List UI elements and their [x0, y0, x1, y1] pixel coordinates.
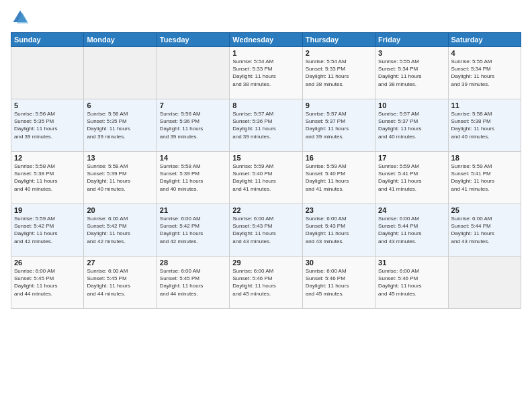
weekday-header-row: SundayMondayTuesdayWednesdayThursdayFrid… — [11, 33, 521, 47]
header — [11, 8, 521, 27]
day-info: Sunrise: 5:59 AM Sunset: 5:40 PM Dayligh… — [306, 163, 372, 193]
day-cell — [157, 47, 229, 99]
day-cell — [448, 257, 521, 309]
day-cell: 28Sunrise: 6:00 AM Sunset: 5:45 PM Dayli… — [157, 257, 229, 309]
day-info: Sunrise: 5:58 AM Sunset: 5:38 PM Dayligh… — [451, 110, 518, 140]
day-cell: 25Sunrise: 6:00 AM Sunset: 5:44 PM Dayli… — [448, 204, 521, 257]
weekday-saturday: Saturday — [448, 33, 521, 47]
weekday-thursday: Thursday — [302, 33, 375, 47]
day-cell — [11, 47, 84, 99]
day-number: 2 — [306, 49, 372, 57]
day-cell: 9Sunrise: 5:57 AM Sunset: 5:37 PM Daylig… — [302, 99, 375, 152]
day-number: 31 — [378, 259, 445, 267]
day-cell: 3Sunrise: 5:55 AM Sunset: 5:34 PM Daylig… — [375, 47, 448, 99]
day-number: 18 — [451, 154, 518, 162]
day-cell: 10Sunrise: 5:57 AM Sunset: 5:37 PM Dayli… — [375, 99, 448, 152]
day-cell: 6Sunrise: 5:56 AM Sunset: 5:35 PM Daylig… — [84, 99, 157, 152]
day-cell: 30Sunrise: 6:00 AM Sunset: 5:46 PM Dayli… — [302, 257, 375, 309]
day-info: Sunrise: 6:00 AM Sunset: 5:43 PM Dayligh… — [232, 215, 299, 245]
calendar-table: SundayMondayTuesdayWednesdayThursdayFrid… — [11, 32, 521, 309]
day-info: Sunrise: 5:57 AM Sunset: 5:37 PM Dayligh… — [378, 110, 445, 140]
day-info: Sunrise: 6:00 AM Sunset: 5:45 PM Dayligh… — [87, 267, 153, 298]
day-cell: 21Sunrise: 6:00 AM Sunset: 5:42 PM Dayli… — [157, 204, 229, 257]
day-number: 15 — [232, 154, 299, 162]
day-number: 28 — [160, 259, 226, 267]
day-cell — [84, 47, 157, 99]
day-info: Sunrise: 6:00 AM Sunset: 5:45 PM Dayligh… — [14, 267, 81, 298]
day-cell: 14Sunrise: 5:58 AM Sunset: 5:39 PM Dayli… — [157, 152, 229, 204]
day-number: 29 — [232, 259, 299, 267]
day-cell: 20Sunrise: 6:00 AM Sunset: 5:42 PM Dayli… — [84, 204, 157, 257]
day-number: 26 — [14, 259, 81, 267]
day-number: 3 — [378, 49, 445, 57]
day-number: 12 — [14, 154, 81, 162]
day-info: Sunrise: 6:00 AM Sunset: 5:43 PM Dayligh… — [306, 215, 372, 245]
week-row-3: 12Sunrise: 5:58 AM Sunset: 5:38 PM Dayli… — [11, 152, 521, 204]
day-info: Sunrise: 5:59 AM Sunset: 5:41 PM Dayligh… — [378, 163, 445, 193]
day-cell: 7Sunrise: 5:56 AM Sunset: 5:36 PM Daylig… — [157, 99, 229, 152]
day-info: Sunrise: 5:54 AM Sunset: 5:33 PM Dayligh… — [306, 58, 372, 88]
page: SundayMondayTuesdayWednesdayThursdayFrid… — [0, 0, 532, 411]
day-cell: 13Sunrise: 5:58 AM Sunset: 5:39 PM Dayli… — [84, 152, 157, 204]
day-number: 30 — [306, 259, 372, 267]
day-info: Sunrise: 5:56 AM Sunset: 5:35 PM Dayligh… — [14, 110, 81, 140]
day-info: Sunrise: 5:56 AM Sunset: 5:35 PM Dayligh… — [87, 110, 153, 140]
day-cell: 24Sunrise: 6:00 AM Sunset: 5:44 PM Dayli… — [375, 204, 448, 257]
day-number: 4 — [451, 49, 518, 57]
day-number: 14 — [160, 154, 226, 162]
day-info: Sunrise: 5:54 AM Sunset: 5:33 PM Dayligh… — [232, 58, 299, 88]
day-number: 24 — [378, 206, 445, 214]
day-number: 13 — [87, 154, 153, 162]
day-info: Sunrise: 6:00 AM Sunset: 5:46 PM Dayligh… — [306, 267, 372, 298]
day-info: Sunrise: 5:59 AM Sunset: 5:42 PM Dayligh… — [14, 215, 81, 245]
day-info: Sunrise: 6:00 AM Sunset: 5:46 PM Dayligh… — [378, 267, 445, 298]
day-info: Sunrise: 5:55 AM Sunset: 5:34 PM Dayligh… — [451, 58, 518, 88]
day-number: 9 — [306, 101, 372, 109]
day-info: Sunrise: 5:59 AM Sunset: 5:41 PM Dayligh… — [451, 163, 518, 193]
weekday-tuesday: Tuesday — [157, 33, 229, 47]
day-cell: 1Sunrise: 5:54 AM Sunset: 5:33 PM Daylig… — [230, 47, 302, 99]
day-info: Sunrise: 5:56 AM Sunset: 5:36 PM Dayligh… — [160, 110, 226, 140]
day-number: 23 — [306, 206, 372, 214]
weekday-friday: Friday — [375, 33, 448, 47]
day-info: Sunrise: 5:59 AM Sunset: 5:40 PM Dayligh… — [232, 163, 299, 193]
day-cell: 27Sunrise: 6:00 AM Sunset: 5:45 PM Dayli… — [84, 257, 157, 309]
logo — [11, 8, 32, 27]
day-info: Sunrise: 6:00 AM Sunset: 5:42 PM Dayligh… — [160, 215, 226, 245]
week-row-5: 26Sunrise: 6:00 AM Sunset: 5:45 PM Dayli… — [11, 257, 521, 309]
day-cell: 2Sunrise: 5:54 AM Sunset: 5:33 PM Daylig… — [302, 47, 375, 99]
day-number: 17 — [378, 154, 445, 162]
day-info: Sunrise: 6:00 AM Sunset: 5:45 PM Dayligh… — [160, 267, 226, 298]
day-cell: 31Sunrise: 6:00 AM Sunset: 5:46 PM Dayli… — [375, 257, 448, 309]
day-number: 16 — [306, 154, 372, 162]
day-info: Sunrise: 5:57 AM Sunset: 5:36 PM Dayligh… — [232, 110, 299, 140]
day-info: Sunrise: 5:58 AM Sunset: 5:39 PM Dayligh… — [87, 163, 153, 193]
day-number: 5 — [14, 101, 81, 109]
day-number: 10 — [378, 101, 445, 109]
day-info: Sunrise: 5:58 AM Sunset: 5:39 PM Dayligh… — [160, 163, 226, 193]
logo-icon — [11, 8, 30, 27]
day-cell: 23Sunrise: 6:00 AM Sunset: 5:43 PM Dayli… — [302, 204, 375, 257]
day-number: 1 — [232, 49, 299, 57]
day-info: Sunrise: 5:55 AM Sunset: 5:34 PM Dayligh… — [378, 58, 445, 88]
day-number: 7 — [160, 101, 226, 109]
day-number: 21 — [160, 206, 226, 214]
day-number: 27 — [87, 259, 153, 267]
day-cell: 17Sunrise: 5:59 AM Sunset: 5:41 PM Dayli… — [375, 152, 448, 204]
day-info: Sunrise: 6:00 AM Sunset: 5:42 PM Dayligh… — [87, 215, 153, 245]
week-row-2: 5Sunrise: 5:56 AM Sunset: 5:35 PM Daylig… — [11, 99, 521, 152]
day-number: 11 — [451, 101, 518, 109]
day-info: Sunrise: 5:58 AM Sunset: 5:38 PM Dayligh… — [14, 163, 81, 193]
day-cell: 11Sunrise: 5:58 AM Sunset: 5:38 PM Dayli… — [448, 99, 521, 152]
day-info: Sunrise: 6:00 AM Sunset: 5:44 PM Dayligh… — [451, 215, 518, 245]
day-cell: 22Sunrise: 6:00 AM Sunset: 5:43 PM Dayli… — [230, 204, 302, 257]
week-row-1: 1Sunrise: 5:54 AM Sunset: 5:33 PM Daylig… — [11, 47, 521, 99]
day-number: 8 — [232, 101, 299, 109]
day-cell: 12Sunrise: 5:58 AM Sunset: 5:38 PM Dayli… — [11, 152, 84, 204]
weekday-wednesday: Wednesday — [230, 33, 302, 47]
weekday-sunday: Sunday — [11, 33, 84, 47]
day-number: 25 — [451, 206, 518, 214]
day-number: 19 — [14, 206, 81, 214]
day-cell: 16Sunrise: 5:59 AM Sunset: 5:40 PM Dayli… — [302, 152, 375, 204]
day-info: Sunrise: 6:00 AM Sunset: 5:46 PM Dayligh… — [232, 267, 299, 298]
